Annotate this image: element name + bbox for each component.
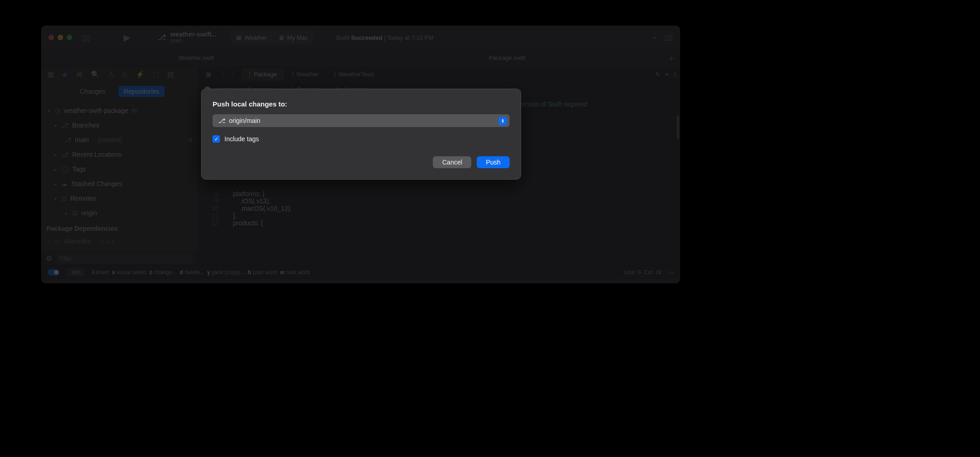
- dropdown-arrow-icon: ▲▼: [499, 117, 507, 125]
- code-line: 8 platforms: [: [198, 190, 680, 197]
- checkbox-label: Include tags: [224, 135, 259, 143]
- branch-icon: ⎇: [158, 33, 166, 42]
- find-nav-icon[interactable]: 🔍: [91, 70, 100, 79]
- scheme-selector[interactable]: 🏛 Weather 〉 🖥 My Mac: [230, 31, 313, 44]
- tree-remote-origin[interactable]: ▸⊡ origin: [41, 206, 198, 220]
- remote-icon: ⊡: [61, 195, 67, 202]
- run-button[interactable]: ▶: [123, 32, 130, 43]
- branch-icon: ⎇: [64, 136, 71, 143]
- inbox-icon: ☁: [61, 180, 68, 187]
- project-name: weather-swift...: [170, 31, 217, 38]
- vim-mode: Vim: [67, 268, 85, 276]
- tree-branches[interactable]: ▾⎇ Branches: [41, 118, 198, 133]
- tab-package-swift[interactable]: Package.swift: [352, 49, 663, 66]
- editor-tab-tests[interactable]: ⟆WeatherTests: [326, 68, 382, 80]
- file-tabs: Weather.swift Package.swift ＋: [41, 49, 680, 67]
- branch-icon: ⎇: [218, 117, 225, 124]
- minimize-icon[interactable]: [58, 35, 63, 40]
- cancel-button[interactable]: Cancel: [433, 156, 471, 168]
- debug-nav-icon[interactable]: ⚡: [136, 70, 144, 79]
- dialog-title: Push local changes to:: [213, 100, 510, 108]
- test-nav-icon[interactable]: ◇: [122, 70, 128, 79]
- scm-tree: ▾◷ weather-swift-packagem ▾⎇ Branches ⎇ …: [41, 101, 198, 251]
- forward-icon[interactable]: 〉: [228, 70, 241, 79]
- vim-toggle[interactable]: [48, 269, 59, 276]
- include-tags-checkbox[interactable]: ✓ Include tags: [213, 135, 510, 143]
- editor-tab-weather[interactable]: ⟆Weather: [284, 68, 326, 80]
- traffic-lights: [48, 35, 72, 40]
- fullscreen-icon[interactable]: [67, 35, 72, 40]
- navigator-sidebar: ▦ ◈ ⌘ 🔍 ⚠ ◇ ⚡ ⬚ ▤ Changes Repositories ▾…: [41, 67, 198, 265]
- tree-tags[interactable]: ▸◯ Tags: [41, 162, 198, 176]
- breakpoint-nav-icon[interactable]: ⬚: [153, 70, 159, 79]
- status-line: Line: 9: [624, 269, 641, 276]
- add-icon[interactable]: ＋: [651, 33, 658, 43]
- navigator-selector: ▦ ◈ ⌘ 🔍 ⚠ ◇ ⚡ ⬚ ▤: [41, 67, 198, 82]
- filter-input[interactable]: [56, 254, 193, 264]
- segment-changes[interactable]: Changes: [75, 86, 111, 97]
- folder-nav-icon[interactable]: ▦: [48, 70, 54, 79]
- tag-icon: ◯: [61, 165, 69, 173]
- checkbox-icon: ✓: [213, 135, 220, 143]
- symbol-nav-icon[interactable]: ⌘: [76, 70, 83, 79]
- remote-icon: ⊡: [72, 209, 78, 217]
- tree-branch-main[interactable]: ⎇ main (current) ↑4: [41, 133, 198, 147]
- back-icon[interactable]: 〈: [215, 70, 228, 79]
- vim-hints: i insert v visual select c change... d d…: [92, 269, 309, 276]
- tree-dep-alamofire[interactable]: ▸◷ Alamofire 5.4.4: [41, 234, 198, 249]
- issue-nav-icon[interactable]: ⚠: [108, 70, 114, 79]
- status-col: Col: 19: [644, 269, 661, 276]
- push-button[interactable]: Push: [477, 156, 510, 168]
- tree-repo-root[interactable]: ▾◷ weather-swift-packagem: [41, 103, 198, 118]
- branch-icon: ⎇: [61, 122, 69, 129]
- xcode-window: ▯▯ ▶ ⎇ weather-swift... main 🏛 Weather 〉…: [41, 26, 680, 283]
- clock-icon: ◷: [55, 107, 60, 114]
- ahead-badge: ↑4: [186, 137, 192, 143]
- branch-name: main: [170, 38, 217, 44]
- swift-icon: ⟆: [292, 71, 294, 78]
- tab-weather-swift[interactable]: Weather.swift: [41, 49, 352, 66]
- lines-icon[interactable]: ≡: [665, 71, 669, 78]
- scheme-dest-icon: 🖥: [278, 34, 284, 41]
- clock-icon: ◷: [55, 238, 60, 245]
- debug-area-icon[interactable]: ▭: [669, 269, 674, 276]
- tab-add[interactable]: ＋: [663, 49, 680, 66]
- tree-stashed[interactable]: ▸☁ Stashed Changes: [41, 176, 198, 191]
- gear-icon[interactable]: ⚙: [46, 254, 52, 263]
- sidebar-toggle-icon[interactable]: ▯▯: [80, 32, 91, 43]
- code-line: 9 .iOS(.v13),: [198, 197, 680, 205]
- panel-icon[interactable]: ▯: [673, 71, 676, 78]
- report-nav-icon[interactable]: ▤: [167, 70, 174, 79]
- build-status: Build Succeeded | Today at 7:23 PM: [336, 34, 434, 41]
- refresh-icon[interactable]: ↻: [655, 71, 660, 78]
- package-deps-header: Package Dependencies: [41, 220, 198, 234]
- branch-icon: ⎇: [61, 151, 69, 158]
- titlebar: ▯▯ ▶ ⎇ weather-swift... main 🏛 Weather 〉…: [41, 26, 680, 49]
- segment-repositories[interactable]: Repositories: [118, 86, 165, 97]
- library-icon[interactable]: ▯▯: [665, 33, 673, 43]
- scrollbar[interactable]: [676, 115, 679, 139]
- code-comment: version of Swift required: [518, 101, 587, 108]
- swift-icon: ⟆: [334, 71, 336, 78]
- code-line: 11 ],: [198, 212, 680, 219]
- scheme-target-icon: 🏛: [236, 34, 242, 41]
- scheme-target: Weather: [245, 34, 267, 41]
- project-indicator[interactable]: ⎇ weather-swift... main: [158, 31, 217, 44]
- sidebar-filter: ⚙: [41, 251, 198, 265]
- remote-branch-dropdown[interactable]: ⎇ origin/main ▲▼: [213, 114, 510, 127]
- scheme-destination: My Mac: [287, 34, 308, 41]
- code-line: 10 .macOS(.v10_12): [198, 205, 680, 212]
- dropdown-value: origin/main: [229, 117, 260, 124]
- swift-icon: ⟆: [249, 71, 251, 78]
- push-dialog: Push local changes to: ⎇ origin/main ▲▼ …: [201, 89, 521, 180]
- status-bar: Vim i insert v visual select c change...…: [41, 265, 680, 279]
- tree-remotes[interactable]: ▾⊡ Remotes: [41, 191, 198, 206]
- code-line: 12 products: [: [198, 219, 680, 227]
- grid-icon[interactable]: ▦: [202, 71, 215, 78]
- editor-tab-package[interactable]: ⟆Package: [241, 68, 284, 80]
- tree-recent[interactable]: ▸⎇ Recent Locations: [41, 147, 198, 162]
- scm-nav-icon[interactable]: ◈: [62, 70, 68, 79]
- close-icon[interactable]: [48, 35, 54, 40]
